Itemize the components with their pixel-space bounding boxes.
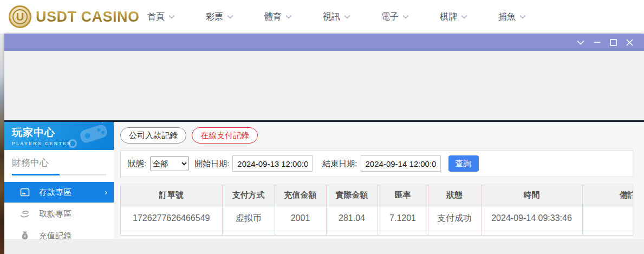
chevron-down-icon [168, 15, 175, 19]
col-status: 狀態 [428, 185, 481, 206]
site-navbar: U USDT CASINO 首頁 彩票 體育 視訊 電子 [0, 0, 644, 34]
players-center-header: 玩家中心 PLAYERS CENTER [4, 122, 114, 150]
sidebar-item-label: 存款專區 [39, 187, 71, 198]
search-button[interactable]: 查詢 [448, 155, 479, 172]
cell-status: 支付成功 [428, 206, 481, 231]
start-date-input[interactable] [232, 155, 313, 172]
tab-online-payment-records[interactable]: 在線支付記錄 [192, 127, 258, 144]
cell-pay-method: 虚拟币 [222, 206, 275, 231]
col-remark: 備註 [582, 185, 633, 206]
records-table: 訂單號 支付方式 充值金額 實際金額 匯率 狀態 時間 備註 172627762… [121, 185, 633, 235]
withdraw-hand-icon [19, 209, 30, 219]
nav-item-home[interactable]: 首頁 [147, 11, 175, 23]
cell-rate: 7.1201 [378, 206, 428, 231]
nav-item-slots[interactable]: 電子 [381, 11, 409, 23]
col-pay-method: 支付方式 [222, 185, 275, 206]
window-bottom-strip [4, 239, 644, 254]
page-background-sliver [0, 34, 4, 254]
nav-item-lottery[interactable]: 彩票 [206, 11, 233, 23]
cell-actual-amount: 281.04 [326, 206, 378, 231]
tab-company-deposit-records[interactable]: 公司入款記錄 [120, 127, 186, 144]
player-center-window: 玩家中心 PLAYERS CENTER 財務中心 [4, 34, 644, 250]
deposit-card-icon [19, 187, 30, 198]
window-blank-area [4, 51, 644, 120]
minimize-icon[interactable] [589, 36, 605, 48]
end-date-label: 結束日期: [322, 159, 357, 169]
chevron-down-icon [461, 15, 467, 19]
status-label: 狀態: [128, 159, 146, 169]
chevron-down-icon [519, 15, 526, 19]
col-actual-amount: 實際金額 [326, 185, 378, 206]
chevron-down-icon [285, 15, 292, 19]
cell-amount: 2001 [275, 206, 326, 231]
records-table-wrap: 訂單號 支付方式 充值金額 實際金額 匯率 狀態 時間 備註 172627762… [120, 185, 633, 236]
sidebar-item-label: 取款專區 [39, 209, 71, 219]
sidebar-menu: 存款專區 › 取款專區 [4, 182, 114, 246]
nav-item-live[interactable]: 視訊 [323, 11, 350, 23]
col-rate: 匯率 [378, 185, 428, 206]
nav-item-board-games[interactable]: 棋牌 [440, 11, 467, 23]
cell-remark [582, 206, 633, 231]
table-header-row: 訂單號 支付方式 充值金額 實際金額 匯率 狀態 時間 備註 [121, 185, 633, 206]
table-row-partial [121, 231, 633, 235]
collapse-chevron-icon[interactable] [573, 36, 589, 48]
sidebar-item-withdraw[interactable]: 取款專區 [4, 204, 114, 224]
main-menu: 首頁 彩票 體育 視訊 電子 棋牌 [147, 11, 557, 23]
record-tabs: 公司入款記錄 在線支付記錄 [120, 127, 644, 144]
chevron-right-icon: › [105, 188, 107, 197]
end-date-input[interactable] [361, 155, 441, 172]
chevron-down-icon [227, 15, 233, 19]
decorative-ring-icon [68, 139, 77, 148]
sidebar-item-deposit[interactable]: 存款專區 › [4, 182, 114, 203]
col-amount: 充值金額 [275, 185, 326, 206]
table-row: 1726277626466549 虚拟币 2001 281.04 7.1201 … [121, 206, 633, 231]
finance-section-label: 財務中心 [12, 157, 106, 169]
nav-item-sports[interactable]: 體育 [264, 11, 292, 23]
nav-item-fishing[interactable]: 捕魚 [498, 11, 526, 23]
screen: U USDT CASINO 首頁 彩票 體育 視訊 電子 [0, 0, 644, 254]
close-icon[interactable] [621, 36, 638, 48]
window-titlebar[interactable] [4, 34, 644, 51]
brand-logo[interactable]: U USDT CASINO [9, 5, 144, 28]
svg-text:¥: ¥ [24, 235, 26, 238]
filter-bar: 狀態: 全部 開始日期: 結束日期: 查詢 [120, 150, 633, 177]
brand-name: USDT CASINO [36, 9, 140, 25]
col-time: 時間 [481, 185, 582, 206]
start-date-label: 開始日期: [194, 159, 229, 169]
col-order-no: 訂單號 [121, 185, 222, 206]
chevron-down-icon [344, 15, 350, 19]
section-underline [12, 174, 106, 175]
maximize-icon[interactable] [605, 36, 621, 48]
cell-order-no: 1726277626466549 [121, 206, 222, 231]
status-select[interactable]: 全部 [150, 156, 189, 171]
casino-logo-icon: U [9, 5, 31, 28]
cell-time: 2024-09-14 09:33:46 [481, 206, 582, 231]
sidebar: 玩家中心 PLAYERS CENTER 財務中心 [4, 122, 114, 239]
finance-section: 財務中心 [4, 150, 114, 180]
window-content: 玩家中心 PLAYERS CENTER 財務中心 [4, 122, 644, 239]
main-panel: 公司入款記錄 在線支付記錄 狀態: 全部 開始日期: 結束日期: 查詢 [114, 122, 644, 239]
chevron-down-icon [402, 15, 409, 19]
